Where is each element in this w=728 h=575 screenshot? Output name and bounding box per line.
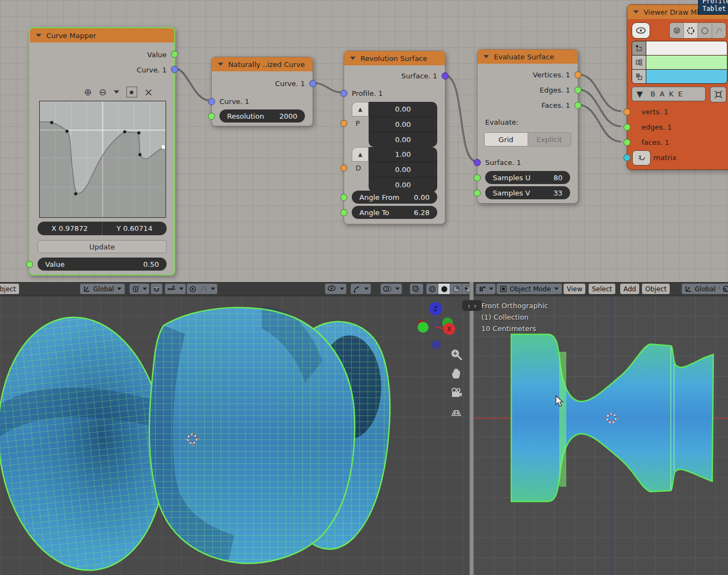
pivot-point-dropdown[interactable] [130,284,149,294]
zoom-in-icon[interactable]: ⊕ [84,87,91,97]
socket-curve-out[interactable] [171,66,178,73]
region-collapse-tab[interactable]: ‹ › [462,300,482,311]
align-button[interactable] [710,87,726,102]
draw-edges-toggle[interactable] [684,23,698,38]
matrix-plug-button[interactable] [632,150,651,166]
node-header[interactable]: Evaluate Surface [478,50,578,64]
collapse-triangle-icon[interactable] [218,63,223,66]
add-menu[interactable]: Add [620,284,639,294]
collapse-triangle-icon[interactable] [350,57,356,60]
object-menu[interactable]: Object [642,284,670,294]
node-curve-mapper[interactable]: Curve Mapper Value Curve. 1 ⊕ ⊖ ● × [29,27,175,276]
curve-editor-widget[interactable] [39,101,166,218]
bake-button[interactable]: ▼ B A K E [632,87,706,101]
vector-expand-button-p[interactable]: ▲ [352,102,369,117]
socket-curve-in[interactable] [208,98,215,105]
zoom-tool-icon[interactable] [450,348,463,361]
chevron-down-icon[interactable] [114,90,119,94]
p-y-field[interactable]: 0.00 [369,117,437,132]
edges-color-swatch[interactable] [646,56,727,69]
viewport-3d-right[interactable]: Front Orthographic (1) Collection 10 Cen… [474,296,728,575]
node-revolution-surface[interactable]: Revolution Surface Surface. 1 Profile. 1… [344,51,445,224]
xray-toggle-button[interactable] [410,284,423,294]
pivot-point-dropdown[interactable] [720,284,728,294]
socket-resolution-in[interactable] [208,113,215,120]
verts-color-swatch[interactable] [646,41,727,55]
samples-v-slider[interactable]: Samples V 33 [485,186,570,199]
socket-angle-to-in[interactable] [340,209,347,216]
close-icon[interactable]: × [144,86,153,98]
draw-verts-toggle[interactable] [670,23,684,38]
snap-settings-dropdown[interactable] [165,284,186,294]
socket-edges-out[interactable] [574,87,582,94]
collapse-triangle-icon[interactable] [36,34,41,37]
shading-wireframe-button[interactable] [426,284,438,294]
node-header[interactable]: Naturally ..ized Curve [212,57,313,71]
navigation-gizmo[interactable]: Z X [414,299,457,353]
angle-to-slider[interactable]: Angle To 6.28 [352,206,437,219]
samples-u-slider[interactable]: Samples U 80 [485,171,570,184]
collapse-triangle-icon[interactable] [633,10,639,14]
d-y-field[interactable]: 0.00 [369,162,437,178]
shading-solid-button[interactable] [438,284,450,294]
draw-faces-toggle[interactable] [698,23,712,38]
socket-surface-out[interactable] [442,72,449,79]
update-button[interactable]: Update [38,240,167,253]
gizmos-dropdown[interactable] [351,284,371,294]
overlays-dropdown[interactable] [381,284,402,294]
socket-p-in[interactable] [340,120,347,127]
gizmo-axis-y[interactable] [418,322,429,333]
socket-verts-in[interactable] [623,108,631,115]
selected-curve-point[interactable] [162,145,165,149]
viewport-divider[interactable] [469,282,474,575]
d-vector-fields[interactable]: 1.00 0.00 0.00 [369,147,437,192]
mode-grid-button[interactable]: Grid [485,133,528,146]
socket-value-in[interactable] [26,261,33,268]
view-menu[interactable]: View [564,284,585,294]
visibility-toggle-button[interactable] [632,22,650,39]
d-x-field[interactable]: 1.00 [369,147,437,162]
verts-icon-button[interactable] [632,41,646,55]
mode-explicit-button[interactable]: Explicit [528,133,571,146]
socket-surface-in[interactable] [474,159,481,166]
d-z-field[interactable]: 0.00 [369,178,437,192]
socket-d-in[interactable] [340,164,347,172]
node-naturalize-curve[interactable]: Naturally ..ized Curve Curve. 1 Curve. 1… [211,57,313,126]
xy-readout[interactable]: X 0.97872 Y 0.60714 [38,222,167,235]
p-vector-fields[interactable]: 0.00 0.00 0.00 [369,102,437,147]
p-z-field[interactable]: 0.00 [369,132,437,147]
x-readout[interactable]: X 0.97872 [38,222,102,235]
object-visibility-dropdown[interactable] [325,284,346,294]
camera-view-icon[interactable] [450,386,463,399]
socket-value-out[interactable] [171,51,178,58]
vector-expand-button-d[interactable]: ▲ [352,147,369,162]
resolution-slider[interactable]: Resolution 2000 [219,109,305,123]
p-x-field[interactable]: 0.00 [369,102,437,117]
shading-material-button[interactable] [450,284,462,294]
node-viewer-draw[interactable]: Viewer Draw Mk3 [627,4,728,170]
socket-curve-out[interactable] [309,80,316,87]
node-editor[interactable]: Curve Mapper Value Curve. 1 ⊕ ⊖ ● × [0,0,728,282]
grid-floor-icon[interactable] [450,405,463,418]
node-header[interactable]: Revolution Surface [344,51,445,65]
socket-faces-out[interactable] [574,102,582,109]
clipping-dot-icon[interactable]: ● [126,87,137,97]
socket-samples-u-in[interactable] [474,174,481,181]
chevron-down-icon[interactable] [464,288,469,290]
mode-dropdown[interactable]: Object Mode [497,284,562,294]
socket-edges-in[interactable] [623,124,631,131]
select-menu[interactable]: Select [589,284,615,294]
faces-color-swatch[interactable] [646,70,727,83]
viewport-3d-left[interactable]: Z X [0,296,469,575]
node-evaluate-surface[interactable]: Evaluate Surface Vertices. 1 Edges. 1 Fa… [477,49,578,204]
editor-type-dropdown[interactable] [476,284,495,294]
snap-toggle-button[interactable] [151,284,162,294]
draw-curve-toggle[interactable] [712,23,726,38]
socket-angle-from-in[interactable] [340,194,347,201]
collapse-triangle-icon[interactable] [484,55,489,58]
gizmo-axis-neg-z[interactable] [432,340,441,349]
value-slider[interactable]: Value 0.50 [38,258,167,271]
object-menu-button[interactable]: Object [0,284,19,294]
transform-orientation-dropdown[interactable]: Global [80,284,125,294]
angle-from-slider[interactable]: Angle From 0.00 [352,191,437,204]
